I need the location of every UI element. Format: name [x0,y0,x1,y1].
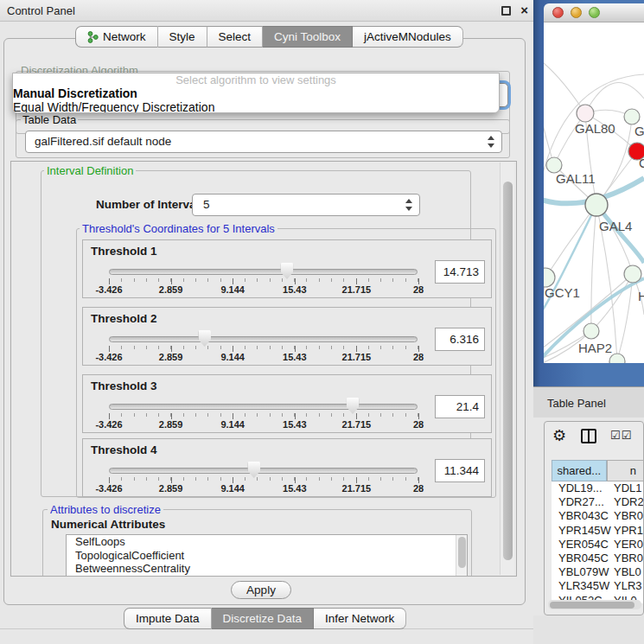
threshold-2-scale: -3.4262.8599.14415.4321.71528 [109,352,418,362]
node-h[interactable] [624,265,641,283]
panel-title: Control Panel [7,4,75,17]
table-row[interactable]: YDR27...YDR2 [552,495,644,509]
tab-style[interactable]: Style [158,26,207,48]
number-of-intervals-spinner[interactable]: 5 [192,194,420,216]
threshold-4-label: Threshold 4 [91,443,157,456]
tab-impute-data[interactable]: Impute Data [124,608,212,629]
threshold-4-value-field[interactable]: 11.344 [435,459,485,482]
node-label-gal80: GAL80 [575,121,615,136]
table-row[interactable]: YER054CYER0 [552,538,644,552]
node-gal4[interactable] [585,194,608,216]
network-window-titlebar[interactable] [544,3,644,22]
spinner-updown-icon [405,199,412,211]
threshold-4-slider-handle[interactable] [247,462,260,478]
node-label-gcy1: GCY1 [545,285,580,300]
node-gal80[interactable] [577,105,594,122]
tab-infer-network[interactable]: Infer Network [314,608,406,629]
tab-select[interactable]: Select [207,26,264,48]
settings-scrollbar[interactable] [500,163,514,575]
threshold-1-label: Threshold 1 [91,245,157,258]
threshold-2-label: Threshold 2 [91,312,157,325]
control-panel-titlebar: Control Panel × [0,0,533,22]
node-gcy1[interactable] [544,268,555,287]
node-label-g-partial: G [634,124,644,138]
threshold-4-scale: -3.4262.8599.14415.4321.71528 [109,483,418,494]
column-view-icon[interactable] [581,429,596,443]
numerical-attributes-list[interactable]: SelfLoops TopologicalCoefficient Between… [66,534,468,577]
node-label-h-partial: H [638,289,644,303]
dropdown-item-manual-discretization[interactable]: Manual Discretization [13,86,499,100]
threshold-1-scale: -3.4262.8599.14415.4321.71528 [109,284,418,295]
list-scrollbar[interactable] [456,535,467,576]
table-panel-title: Table Panel [547,397,606,410]
threshold-1-slider-handle[interactable] [280,263,293,279]
thresholds-group-title: Threshold's Coordinates for 5 Intervals [80,222,277,235]
table-data-selected-value: galFiltered.sif default node [35,135,171,148]
table-row[interactable]: YBL079WYBL0 [552,565,644,579]
close-icon[interactable]: × [520,3,528,17]
tab-impute-data-label: Impute Data [136,612,200,625]
threshold-2-value-field[interactable]: 6.316 [435,328,485,351]
apply-button[interactable]: Apply [231,581,291,599]
network-graph: GAL80 G C GAL11 GAL4 GCY1 H HAP2 [544,22,644,363]
node-label-c-partial: C [639,156,644,170]
gear-icon[interactable]: ⚙ [552,426,566,445]
table-body: YDL19...YDL1 YDR27...YDR2 YBR043CYBR0 YP… [552,481,644,603]
tab-network[interactable]: Network [75,26,158,48]
table-row[interactable]: YBR045CYBR0 [552,552,644,565]
threshold-3-slider-track[interactable] [109,404,418,410]
table-data-combobox[interactable]: galFiltered.sif default node [25,131,502,153]
threshold-3-value-field[interactable]: 21.4 [435,395,485,418]
table-row[interactable]: YLR345WYLR3 [552,579,644,593]
numerical-attributes-label: Numerical Attributes [51,518,165,531]
network-window-frame: GAL80 G C GAL11 GAL4 GCY1 H HAP2 [533,0,644,386]
minimize-traffic-light-icon[interactable] [571,7,582,18]
threshold-4-panel: Threshold 4 -3.4262.8599.14415.4321.7152… [82,438,492,497]
bottom-tab-bar: Impute Data Discretize Data Infer Networ… [124,608,406,629]
threshold-1-slider-track[interactable] [109,269,418,275]
select-columns-icon[interactable]: ☑☑ [610,429,632,442]
tab-cyni-toolbox[interactable]: Cyni Toolbox [263,26,353,48]
tab-network-label: Network [103,30,146,43]
interval-definition-title: Interval Definition [44,164,136,177]
dropdown-item-equal-width-frequency[interactable]: Equal Width/Frequency Discretization [13,100,499,113]
threshold-2-ruler [109,346,418,352]
column-header-shared-name[interactable]: shared... [552,460,607,481]
threshold-3-slider-handle[interactable] [347,398,360,414]
threshold-2-panel: Threshold 2 -3.4262.8599.14415.4321.7152… [82,307,492,366]
dropdown-placeholder-item[interactable]: Select algorithm to view settings [13,73,499,86]
table-data-groupbox: galFiltered.sif default node [16,119,510,158]
list-item[interactable]: BetweennessCentrality [67,562,467,576]
table-data-group-title: Table Data [21,113,78,126]
tab-discretize-data-label: Discretize Data [223,612,303,625]
table-row[interactable]: YPR145WYPR1 [552,524,644,538]
node-top-right[interactable] [624,109,640,124]
threshold-1-panel: Threshold 1 -3.4262.8599.14415.4321.7152… [82,239,492,298]
float-window-icon[interactable] [501,6,511,16]
node-hap2[interactable] [583,323,599,339]
threshold-2-slider-handle[interactable] [198,330,211,347]
list-item[interactable]: SelfLoops [67,535,467,549]
table-panel: ⚙ ☑☑ shared... n YDL19...YDL1 YDR27...YD… [544,421,644,615]
zoom-traffic-light-icon[interactable] [589,7,600,18]
tab-cyni-toolbox-label: Cyni Toolbox [274,30,341,43]
number-of-intervals-value: 5 [203,198,210,211]
list-item[interactable]: TopologicalCoefficient [67,549,467,563]
background-area [533,615,644,644]
tab-jactivemnodules[interactable]: jActiveMNodules [353,26,463,48]
table-row[interactable]: YBR043CYBR0 [552,509,644,523]
table-horizontal-scrollbar[interactable] [548,600,641,609]
threshold-3-label: Threshold 3 [91,379,157,392]
node-label-gal11: GAL11 [556,171,596,186]
tab-infer-network-label: Infer Network [325,612,394,625]
column-header-name[interactable]: n [607,460,644,481]
threshold-2-slider-track[interactable] [109,336,418,342]
threshold-3-scale: -3.4262.8599.14415.4321.71528 [109,419,418,430]
tab-discretize-data[interactable]: Discretize Data [212,608,315,629]
threshold-4-slider-track[interactable] [109,468,418,474]
table-panel-header: Table Panel [533,386,644,418]
threshold-1-value-field[interactable]: 14.713 [435,260,485,284]
close-traffic-light-icon[interactable] [552,7,564,18]
table-row[interactable]: YDL19...YDL1 [552,481,644,495]
network-view-canvas[interactable]: GAL80 G C GAL11 GAL4 GCY1 H HAP2 [544,22,644,363]
